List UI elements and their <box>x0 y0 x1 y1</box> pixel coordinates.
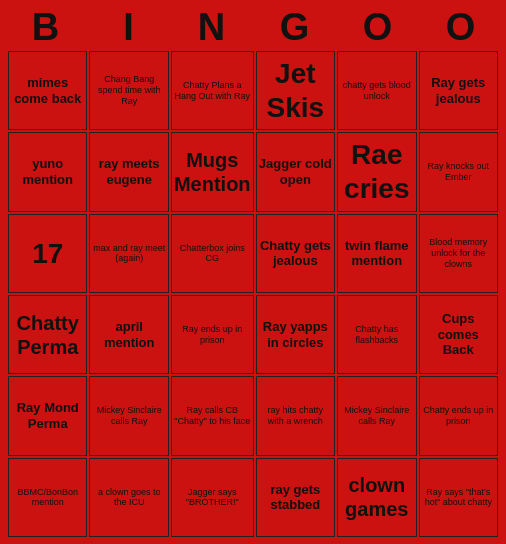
cell-text-2: Chatty Plans a Hang Out with Ray <box>174 80 251 102</box>
cell-text-24: Ray Mond Perma <box>11 400 84 431</box>
bingo-grid: mimes come backChang Bang spend time wit… <box>4 51 502 541</box>
bingo-cell-35[interactable]: Ray says "that's hot" about chatty <box>419 458 498 537</box>
bingo-cell-22[interactable]: Chatty has flashbacks <box>337 295 416 374</box>
cell-text-9: Jagger cold open <box>259 156 332 187</box>
cell-text-21: Ray yapps in circles <box>259 319 332 350</box>
cell-text-6: yuno mention <box>11 156 84 187</box>
cell-text-33: ray gets stabbed <box>259 482 332 513</box>
bingo-cell-16[interactable]: twin flame mention <box>337 214 416 293</box>
cell-text-26: Ray calls CB "Chatty" to his face <box>174 405 251 427</box>
cell-text-16: twin flame mention <box>340 238 413 269</box>
bingo-cell-31[interactable]: a clown goes to the ICU <box>89 458 168 537</box>
bingo-header: B I N G O O <box>0 0 506 51</box>
bingo-cell-2[interactable]: Chatty Plans a Hang Out with Ray <box>171 51 254 130</box>
cell-text-7: ray meets eugene <box>92 156 165 187</box>
header-b: B <box>6 6 86 49</box>
cell-text-27: ray hits chatty with a wrench <box>259 405 332 427</box>
bingo-cell-5[interactable]: Ray gets jealous <box>419 51 498 130</box>
cell-text-20: Ray ends up in prison <box>174 324 251 346</box>
bingo-cell-27[interactable]: ray hits chatty with a wrench <box>256 376 335 455</box>
cell-text-30: BBMC/BonBon mention <box>11 487 84 509</box>
cell-text-1: Chang Bang spend time with Ray <box>92 74 165 106</box>
cell-text-10: Rae cries <box>340 138 413 205</box>
bingo-cell-0[interactable]: mimes come back <box>8 51 87 130</box>
cell-text-18: Chatty Perma <box>11 311 84 359</box>
cell-text-11: Ray knocks out Ember <box>422 161 495 183</box>
bingo-cell-19[interactable]: april mention <box>89 295 168 374</box>
cell-text-19: april mention <box>92 319 165 350</box>
cell-text-0: mimes come back <box>11 75 84 106</box>
cell-text-22: Chatty has flashbacks <box>340 324 413 346</box>
bingo-cell-26[interactable]: Ray calls CB "Chatty" to his face <box>171 376 254 455</box>
cell-text-25: Mickey Sinclaire calls Ray <box>92 405 165 427</box>
cell-text-31: a clown goes to the ICU <box>92 487 165 509</box>
bingo-cell-32[interactable]: Jagger says "BROTHER!" <box>171 458 254 537</box>
bingo-cell-8[interactable]: Mugs Mention <box>171 132 254 211</box>
bingo-cell-25[interactable]: Mickey Sinclaire calls Ray <box>89 376 168 455</box>
bingo-cell-11[interactable]: Ray knocks out Ember <box>419 132 498 211</box>
bingo-cell-28[interactable]: Mickey Sinclaire calls Ray <box>337 376 416 455</box>
cell-text-8: Mugs Mention <box>174 148 251 196</box>
bingo-cell-12[interactable]: 17 <box>8 214 87 293</box>
bingo-cell-17[interactable]: Blood memory unlock for the clowns <box>419 214 498 293</box>
cell-text-28: Mickey Sinclaire calls Ray <box>340 405 413 427</box>
bingo-cell-33[interactable]: ray gets stabbed <box>256 458 335 537</box>
bingo-cell-6[interactable]: yuno mention <box>8 132 87 211</box>
bingo-cell-13[interactable]: max and ray meet (again) <box>89 214 168 293</box>
bingo-cell-18[interactable]: Chatty Perma <box>8 295 87 374</box>
bingo-cell-23[interactable]: Cups comes Back <box>419 295 498 374</box>
cell-text-14: Chatterbox joins CG <box>174 243 251 265</box>
bingo-cell-14[interactable]: Chatterbox joins CG <box>171 214 254 293</box>
cell-text-5: Ray gets jealous <box>422 75 495 106</box>
bingo-cell-24[interactable]: Ray Mond Perma <box>8 376 87 455</box>
header-i: I <box>89 6 169 49</box>
bingo-cell-7[interactable]: ray meets eugene <box>89 132 168 211</box>
cell-text-35: Ray says "that's hot" about chatty <box>422 487 495 509</box>
header-n: N <box>172 6 252 49</box>
cell-text-29: Chatty ends up in prison <box>422 405 495 427</box>
bingo-cell-30[interactable]: BBMC/BonBon mention <box>8 458 87 537</box>
cell-text-17: Blood memory unlock for the clowns <box>422 237 495 269</box>
cell-text-13: max and ray meet (again) <box>92 243 165 265</box>
cell-text-3: Jet Skis <box>259 57 332 124</box>
bingo-cell-10[interactable]: Rae cries <box>337 132 416 211</box>
cell-text-4: chatty gets blood unlock <box>340 80 413 102</box>
header-o2: O <box>421 6 501 49</box>
bingo-cell-15[interactable]: Chatty gets jealous <box>256 214 335 293</box>
bingo-cell-9[interactable]: Jagger cold open <box>256 132 335 211</box>
header-o1: O <box>338 6 418 49</box>
cell-text-15: Chatty gets jealous <box>259 238 332 269</box>
cell-text-32: Jagger says "BROTHER!" <box>174 487 251 509</box>
bingo-cell-4[interactable]: chatty gets blood unlock <box>337 51 416 130</box>
cell-text-34: clown games <box>340 473 413 521</box>
bingo-cell-34[interactable]: clown games <box>337 458 416 537</box>
cell-text-23: Cups comes Back <box>422 311 495 358</box>
header-g: G <box>255 6 335 49</box>
bingo-cell-3[interactable]: Jet Skis <box>256 51 335 130</box>
bingo-cell-29[interactable]: Chatty ends up in prison <box>419 376 498 455</box>
bingo-cell-20[interactable]: Ray ends up in prison <box>171 295 254 374</box>
cell-text-12: 17 <box>32 237 63 271</box>
bingo-cell-1[interactable]: Chang Bang spend time with Ray <box>89 51 168 130</box>
bingo-cell-21[interactable]: Ray yapps in circles <box>256 295 335 374</box>
